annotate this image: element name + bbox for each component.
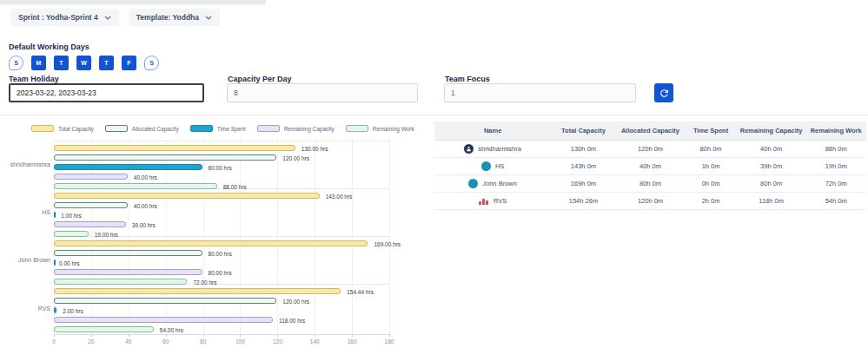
chart-category-label: HS — [7, 209, 50, 216]
col-header-allocated-capacity: Allocated Capacity — [616, 121, 686, 140]
team-focus-input[interactable] — [444, 83, 636, 102]
member-name-text: shridharmishra — [478, 145, 521, 153]
cell-time_spent: 1h 0m — [685, 157, 737, 174]
bar-shridharmishra-remaining-work — [54, 183, 217, 189]
col-header-name: Name — [434, 121, 551, 140]
cell-time_spent: 80h 0m — [685, 140, 737, 157]
chart-x-axis — [54, 334, 389, 335]
legend-item-label: Remaining Capacity — [284, 126, 335, 132]
cell-remaining_work: 72h 0m — [805, 174, 866, 192]
bar-value-label: 120.00 hrs — [282, 155, 309, 161]
bar-shridharmishra-remaining-capacity — [54, 174, 128, 180]
user-avatar-icon — [464, 144, 474, 154]
legend-swatch-icon — [31, 125, 54, 132]
cell-total: 169h 0m — [551, 174, 616, 192]
cell-allocated: 120h 0m — [616, 192, 686, 209]
table-row: HS143h 0m40h 0m1h 0m39h 0m19h 0m — [434, 157, 866, 174]
bar-rvs-total-capacity — [54, 288, 341, 294]
day-toggle-w-3[interactable]: W — [76, 56, 91, 70]
avatar — [481, 161, 491, 171]
axis-tick-label: 20 — [88, 338, 94, 345]
refresh-button[interactable] — [654, 83, 673, 102]
col-header-time-spent: Time Spent — [685, 121, 737, 140]
toolbar: Sprint : Yodha-Sprint 4 Template: Yoddha — [10, 9, 220, 26]
cell-total: 143h 0m — [551, 157, 616, 174]
legend-item-3[interactable]: Remaining Capacity — [257, 125, 335, 132]
legend-item-label: Time Spent — [217, 126, 246, 132]
capacity-per-day-label: Capacity Per Day — [228, 75, 292, 83]
working-days-title: Default Working Days — [9, 43, 89, 51]
axis-tick-label: 120 — [273, 338, 282, 345]
capacity-table-header: NameTotal CapacityAllocated CapacityTime… — [434, 121, 866, 140]
cell-remaining_work: 54h 0m — [805, 192, 866, 209]
cell-remaining_capacity: 118h 0m — [737, 192, 806, 209]
cell-remaining_capacity: 39h 0m — [737, 157, 806, 174]
bar-hs-remaining-capacity — [54, 221, 126, 227]
day-toggle-t-4[interactable]: T — [99, 56, 114, 70]
axis-tick-label: 80 — [200, 338, 206, 345]
bar-value-label: 154.44 hrs — [347, 289, 374, 295]
day-toggle-s-6[interactable]: S — [144, 56, 159, 70]
bar-value-label: 80.00 hrs — [209, 270, 232, 276]
bar-value-label: 40.00 hrs — [134, 174, 157, 181]
member-name-text: HS — [495, 162, 504, 170]
capacity-planner-page: Sprint : Yodha-Sprint 4 Template: Yoddha… — [0, 0, 868, 348]
template-dropdown[interactable]: Template: Yoddha — [129, 9, 220, 26]
member-name-text: John Brown — [482, 180, 517, 187]
cell-remaining_capacity: 80h 0m — [737, 174, 806, 192]
bar-hs-allocated-capacity — [54, 202, 128, 208]
bar-value-label: 2.00 hrs — [63, 308, 83, 314]
bar-value-label: 40.00 hrs — [134, 203, 157, 209]
member-name: John Brown — [434, 179, 551, 188]
day-toggle-t-2[interactable]: T — [54, 56, 69, 70]
team-focus-label: Team Focus — [445, 75, 490, 83]
legend-item-1[interactable]: Allocated Capacity — [105, 125, 179, 132]
legend-item-4[interactable]: Remaining Work — [346, 125, 414, 132]
day-toggle-f-5[interactable]: F — [122, 56, 136, 70]
avatar — [468, 179, 478, 188]
legend-swatch-icon — [105, 125, 128, 132]
name-cell: HS — [434, 157, 551, 174]
bar-value-label: 120.00 hrs — [282, 299, 309, 305]
legend-item-2[interactable]: Time Spent — [190, 125, 246, 132]
capacity-table: NameTotal CapacityAllocated CapacityTime… — [434, 121, 866, 210]
legend-item-0[interactable]: Total Capacity — [31, 125, 94, 132]
bar-john-brown-remaining-work — [54, 279, 187, 285]
capacity-per-day-input[interactable] — [227, 83, 418, 102]
bar-value-label: 88.00 hrs — [223, 184, 247, 190]
name-cell: RVS — [434, 192, 551, 209]
bar-shridharmishra-time-spent — [54, 164, 202, 170]
bar-john-brown-allocated-capacity — [54, 250, 202, 256]
col-header-remaining-work: Remaining Work — [805, 121, 866, 140]
axis-tick-label: 160 — [348, 338, 357, 345]
table-row: John Brown169h 0m80h 0m0h 0m80h 0m72h 0m — [434, 174, 866, 192]
top-scroll-strip — [0, 0, 266, 4]
cell-allocated: 120h 0m — [616, 140, 686, 157]
bar-value-label: 169.00 hrs — [374, 241, 401, 247]
bar-rvs-remaining-work — [54, 326, 154, 332]
day-toggle-m-1[interactable]: M — [31, 56, 46, 70]
member-name: HS — [434, 161, 551, 171]
cell-remaining_work: 19h 0m — [805, 157, 866, 174]
template-dropdown-label: Template: Yoddha — [136, 13, 199, 22]
legend-item-label: Remaining Work — [373, 126, 414, 132]
member-name-text: RVS — [494, 197, 507, 205]
col-header-total-capacity: Total Capacity — [551, 121, 616, 140]
chart-category-label: John Brown — [7, 257, 50, 264]
axis-tick-label: 0 — [52, 338, 56, 345]
cell-total: 154h 26m — [551, 192, 616, 209]
sprint-dropdown-label: Sprint : Yodha-Sprint 4 — [18, 13, 98, 22]
bar-value-label: 143.00 hrs — [326, 194, 353, 200]
member-name: RVS — [434, 196, 551, 205]
legend-swatch-icon — [190, 125, 213, 132]
refresh-icon — [659, 88, 670, 99]
cell-time_spent: 0h 0m — [685, 174, 737, 192]
axis-tick-label: 60 — [162, 338, 169, 345]
bar-hs-remaining-work — [54, 231, 89, 237]
bar-value-label: 130.00 hrs — [301, 146, 328, 152]
name-cell: John Brown — [434, 174, 551, 192]
bar-value-label: 54.00 hrs — [160, 327, 183, 333]
team-holiday-input[interactable] — [9, 83, 204, 102]
sprint-dropdown[interactable]: Sprint : Yodha-Sprint 4 — [10, 9, 119, 26]
day-toggle-s-0[interactable]: S — [9, 56, 23, 70]
